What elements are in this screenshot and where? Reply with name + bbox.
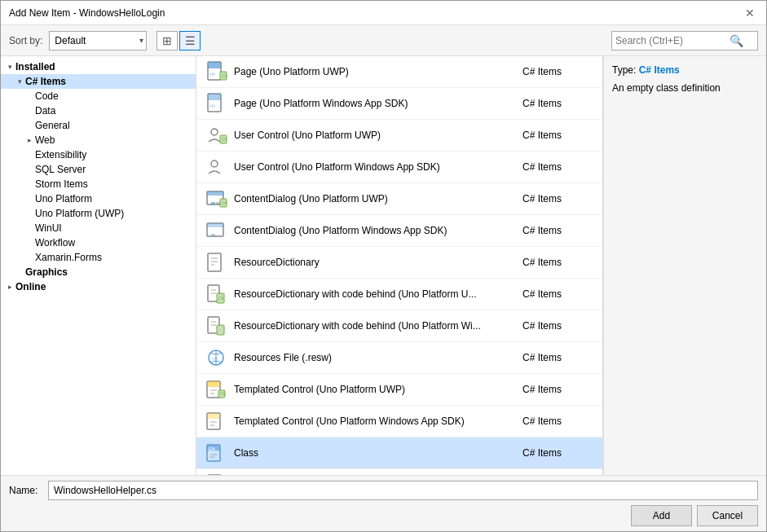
svg-rect-1	[208, 62, 221, 68]
info-description: An empty class definition	[612, 82, 758, 94]
name-row: Name:	[9, 481, 758, 500]
item-icon-user-control-win	[203, 154, 229, 180]
item-type-resource-dict-code-win: C# Items	[522, 320, 596, 332]
list-item-resource-dict-code-uwp[interactable]: C# ResourceDictionary with code behind (…	[196, 279, 602, 310]
sidebar-item-csharp-items[interactable]: ▾ C# Items	[1, 74, 196, 89]
list-item-resource-dict-code-win[interactable]: ResourceDictionary with code behind (Uno…	[196, 310, 602, 342]
item-type-user-control-uwp: C# Items	[522, 130, 596, 141]
toggle-workflow	[24, 237, 35, 248]
search-button[interactable]: 🔍	[730, 34, 743, 47]
sidebar-item-online[interactable]: ▸ Online	[1, 279, 196, 294]
list-item-page-win[interactable]: </> Page (Uno Platform Windows App SDK) …	[196, 88, 602, 120]
item-name-resource-dict-code-uwp: ResourceDictionary with code behind (Uno…	[234, 288, 522, 300]
list-item-content-dialog-win[interactable]: ContentDialog (Uno Platform Windows App …	[196, 215, 602, 247]
grid-view-button[interactable]: ⊞	[156, 31, 178, 51]
list-view-button[interactable]: ☰	[179, 31, 201, 51]
name-input[interactable]	[48, 481, 758, 500]
sidebar-item-uno-platform[interactable]: Uno Platform	[1, 191, 196, 206]
sort-select[interactable]: Default Name Type	[49, 31, 147, 51]
close-button[interactable]: ✕	[742, 5, 758, 21]
item-icon-resource-dict-code-win	[203, 313, 229, 339]
sidebar-item-installed[interactable]: ▾ Installed	[1, 59, 196, 74]
sidebar-item-code[interactable]: Code	[1, 89, 196, 103]
add-button[interactable]: Add	[631, 505, 692, 526]
item-type-templated-win: C# Items	[522, 415, 596, 427]
view-buttons: ⊞ ☰	[156, 31, 201, 51]
item-name-content-dialog-win: ContentDialog (Uno Platform Windows App …	[234, 225, 522, 236]
sidebar-label-xamarin: Xamarin.Forms	[35, 252, 102, 263]
sidebar-label-workflow: Workflow	[35, 237, 75, 248]
list-item-templated-win[interactable]: Templated Control (Uno Platform Windows …	[196, 406, 602, 437]
sidebar-item-sql-server[interactable]: SQL Server	[1, 162, 196, 177]
list-item-class[interactable]: C# Class C# Items	[196, 437, 602, 469]
item-name-templated-uwp: Templated Control (Uno Platform UWP)	[234, 384, 522, 395]
svg-rect-13	[207, 191, 223, 196]
search-wrapper: 🔍	[611, 31, 758, 51]
title-bar-left: Add New Item - WindowsHelloLogin	[9, 7, 165, 19]
svg-rect-38	[207, 381, 220, 387]
item-icon-resources-file: </>	[203, 345, 229, 371]
sidebar-item-extensibility[interactable]: Extensibility	[1, 147, 196, 162]
svg-point-8	[211, 129, 218, 135]
sidebar-label-installed: Installed	[15, 61, 55, 73]
item-name-class: Class	[234, 447, 522, 459]
toolbar: Sort by: Default Name Type ⊞ ☰ 🔍	[1, 25, 766, 56]
svg-rect-6	[208, 94, 221, 100]
sidebar-item-general[interactable]: General	[1, 118, 196, 133]
list-item-templated-uwp[interactable]: C# Templated Control (Uno Platform UWP) …	[196, 374, 602, 406]
list-item-user-control-win[interactable]: User Control (Uno Platform Windows App S…	[196, 152, 602, 183]
sidebar-item-data[interactable]: Data	[1, 103, 196, 118]
svg-text:C#: C#	[222, 137, 227, 142]
toggle-web: ▸	[24, 134, 35, 146]
item-type-page-uwp: C# Items	[522, 66, 596, 77]
sidebar-label-winui: WinUI	[35, 222, 62, 234]
info-type-value: C# Items	[639, 64, 680, 76]
toggle-installed: ▾	[4, 61, 15, 73]
toggle-storm-items	[24, 178, 35, 190]
svg-rect-14	[211, 202, 215, 204]
title-bar: Add New Item - WindowsHelloLogin ✕	[1, 1, 766, 25]
sidebar-item-web[interactable]: ▸ Web	[1, 133, 196, 147]
item-type-user-control-win: C# Items	[522, 161, 596, 173]
item-name-templated-win: Templated Control (Uno Platform Windows …	[234, 415, 522, 427]
item-type-class: C# Items	[522, 447, 596, 459]
svg-text:</>: </>	[212, 356, 218, 361]
sidebar-item-graphics[interactable]: Graphics	[1, 265, 196, 279]
list-item-page-uwp[interactable]: </> C# Page (Uno Platform UWP) C# Items	[196, 56, 602, 88]
toggle-online: ▸	[4, 281, 15, 292]
toggle-extensibility	[24, 149, 35, 160]
item-name-resources-file: Resources File (.resw)	[234, 352, 522, 363]
svg-text:</>: </>	[209, 103, 215, 108]
cancel-button[interactable]: Cancel	[697, 505, 758, 526]
item-icon-resource-dict-code-uwp: C#	[203, 281, 229, 307]
sidebar-label-data: Data	[35, 105, 55, 117]
list-item-content-page[interactable]: Content Page C# Items	[196, 469, 602, 475]
toggle-csharp: ▾	[14, 76, 25, 87]
item-icon-templated-uwp: C#	[203, 376, 229, 402]
item-name-page-win: Page (Uno Platform Windows App SDK)	[234, 98, 522, 109]
svg-rect-19	[207, 223, 223, 227]
list-item-resources-file[interactable]: </> Resources File (.resw) C# Items	[196, 342, 602, 374]
search-input[interactable]	[615, 35, 730, 46]
main-area: ▾ Installed ▾ C# Items Code Data General	[1, 56, 766, 475]
svg-point-11	[211, 160, 218, 167]
sidebar-item-storm-items[interactable]: Storm Items	[1, 177, 196, 191]
item-icon-content-dialog-win	[203, 218, 229, 244]
list-item-user-control-uwp[interactable]: C# User Control (Uno Platform UWP) C# It…	[196, 120, 602, 152]
sidebar-item-uno-platform-uwp[interactable]: Uno Platform (UWP)	[1, 206, 196, 221]
sidebar-label-storm-items: Storm Items	[35, 178, 88, 190]
sidebar-item-workflow[interactable]: Workflow	[1, 235, 196, 250]
svg-rect-20	[211, 234, 215, 236]
sidebar-item-xamarin-forms[interactable]: Xamarin.Forms	[1, 250, 196, 265]
sidebar-label-extensibility: Extensibility	[35, 149, 86, 160]
sort-label: Sort by:	[9, 35, 42, 46]
svg-text:C#: C#	[220, 391, 226, 396]
toggle-general	[24, 120, 35, 131]
sidebar-item-winui[interactable]: WinUI	[1, 221, 196, 235]
item-icon-templated-win	[203, 408, 229, 434]
list-item-content-dialog-uwp[interactable]: C# ContentDialog (Uno Platform UWP) C# I…	[196, 183, 602, 215]
sidebar: ▾ Installed ▾ C# Items Code Data General	[1, 56, 196, 475]
item-name-user-control-win: User Control (Uno Platform Windows App S…	[234, 161, 522, 173]
svg-rect-44	[207, 413, 220, 419]
list-item-resource-dict[interactable]: ResourceDictionary C# Items	[196, 247, 602, 279]
